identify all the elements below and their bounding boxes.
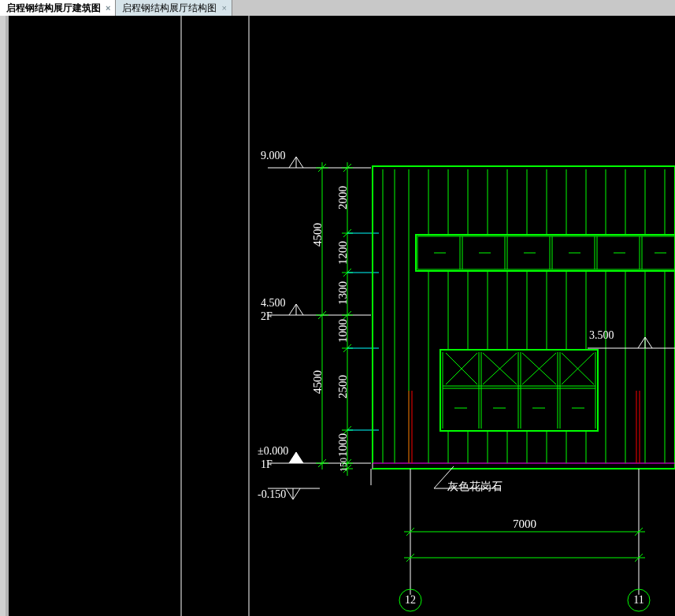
dim-v-c: 1300: [336, 281, 350, 305]
level-elev-base: ±0.000: [258, 445, 288, 458]
dim-v-a: 2000: [336, 186, 350, 210]
level-name-mid: 2F: [261, 310, 273, 323]
cad-drawing: 12 11 7000: [9, 16, 675, 616]
dim-h: 7000: [513, 518, 536, 530]
tab-drawing-2[interactable]: 启程钢结构展厅结构图 ×: [116, 0, 232, 16]
left-gutter: [0, 16, 6, 616]
level-elev-mid: 4.500: [261, 297, 286, 310]
drawing-canvas[interactable]: 12 11 7000 9.000 4.500 2F ±0.000 1F -0.1…: [9, 16, 675, 616]
close-icon[interactable]: ×: [221, 3, 226, 13]
level-name-base: 1F: [261, 458, 273, 471]
dim-v-e: 2500: [336, 375, 350, 399]
level-elev-top: 9.000: [261, 150, 286, 162]
tab-label: 启程钢结构展厅结构图: [122, 2, 217, 15]
dim-v-g: 150: [338, 458, 350, 472]
dim-v-f: 1000: [336, 433, 350, 457]
close-icon[interactable]: ×: [106, 3, 110, 13]
level-elev-below: -0.150: [258, 488, 286, 501]
level-elev-right: 3.500: [589, 329, 614, 342]
note-bottom: 灰色花岗石: [447, 480, 503, 494]
dim-v-b: 1200: [336, 241, 350, 265]
tab-drawing-1[interactable]: 启程钢结构展厅建筑图 ×: [0, 0, 116, 16]
tab-label: 启程钢结构展厅建筑图: [6, 2, 101, 15]
grid-bubble-left: 12: [405, 594, 416, 606]
grid-bubble-right: 11: [633, 594, 643, 606]
dim-v-outer-upper: 4500: [311, 223, 325, 247]
tab-strip: 启程钢结构展厅建筑图 × 启程钢结构展厅结构图 ×: [0, 0, 675, 16]
svg-rect-60: [416, 235, 675, 271]
dim-v-d: 1000: [336, 319, 350, 343]
svg-rect-79: [440, 350, 598, 431]
dim-v-outer-lower: 4500: [311, 370, 325, 394]
